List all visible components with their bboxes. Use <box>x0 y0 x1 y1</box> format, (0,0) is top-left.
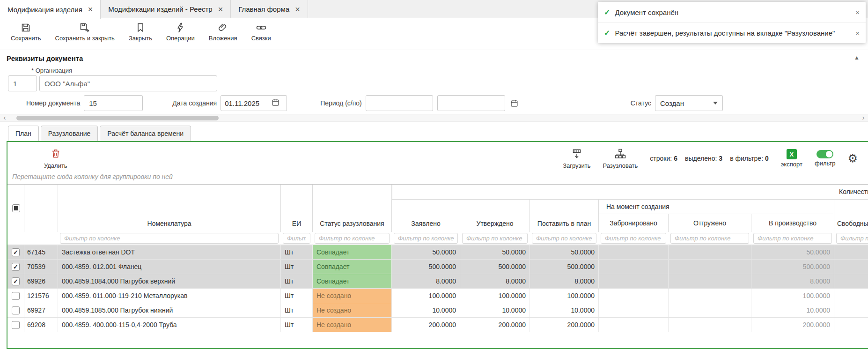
creation-date-field[interactable] <box>221 95 287 111</box>
doc-number-field[interactable] <box>84 95 143 111</box>
delete-label: Удалить <box>44 162 67 169</box>
select-all-checkbox[interactable] <box>12 204 20 212</box>
group-by-drop-zone[interactable]: Перетащите сюда колонку для группировки … <box>7 172 868 184</box>
chevron-down-icon <box>713 102 718 105</box>
column-header-unit[interactable]: ЕИ <box>281 185 313 232</box>
explode-label: Разузловать <box>603 162 638 169</box>
filter-toggle-button[interactable]: фильтр <box>815 150 835 167</box>
row-checkbox[interactable] <box>12 321 20 329</box>
creation-date-input[interactable] <box>225 99 270 107</box>
cell-select <box>7 289 24 303</box>
close-icon[interactable]: × <box>851 8 860 16</box>
column-filter-input[interactable] <box>753 233 832 244</box>
lightning-icon <box>175 22 186 33</box>
export-label: экспорт <box>781 161 802 168</box>
links-button[interactable]: Связки <box>244 22 278 42</box>
row-checkbox[interactable]: ✓ <box>12 263 20 271</box>
cell-declared: 100.0000 <box>392 289 460 303</box>
column-header-status[interactable]: Статус разузлования <box>313 185 392 232</box>
cell-reserved <box>599 289 669 303</box>
column-header-name[interactable]: Номенклатура <box>58 185 281 232</box>
load-label: Загрузить <box>563 162 590 169</box>
tab-label: План <box>15 130 31 137</box>
column-filter-input[interactable] <box>836 233 868 244</box>
save-button[interactable]: Сохранить <box>4 22 48 42</box>
period-from-input[interactable] <box>366 95 433 111</box>
table-row[interactable]: ✓70539000.4859. 012.001 ФланецШтСовпадае… <box>7 260 868 274</box>
window-tab-modification[interactable]: Модификация изделия × <box>0 0 101 19</box>
calendar-icon[interactable] <box>510 99 518 107</box>
grid-toolbar: Удалить Загрузить Разузловать строки:6 в… <box>7 142 868 172</box>
column-filter-input[interactable] <box>60 233 279 244</box>
load-button[interactable]: Загрузить <box>563 148 590 169</box>
paperclip-icon <box>217 22 228 33</box>
explode-button[interactable]: Разузловать <box>603 148 638 169</box>
delete-button[interactable]: Удалить <box>44 148 67 169</box>
row-checkbox[interactable] <box>12 292 20 300</box>
cell-declared: 50.0000 <box>392 245 460 259</box>
column-filter-input[interactable] <box>462 233 528 244</box>
status-select[interactable]: Создан <box>655 95 723 111</box>
column-group-quantity: Количество <box>392 185 868 200</box>
table-row[interactable]: 69927000.4859.1085.000 Патрубок нижнийШт… <box>7 303 868 318</box>
close-icon[interactable]: × <box>851 29 860 37</box>
cell-approved: 8.0000 <box>460 274 530 288</box>
column-filter-input[interactable] <box>394 233 458 244</box>
table-row[interactable]: 69208000.4859. 400.000-115-0,4-2000 Труб… <box>7 318 868 332</box>
collapse-arrow-icon[interactable]: ▲ <box>854 54 860 61</box>
save-and-close-button[interactable]: Сохранить и закрыть <box>48 22 122 42</box>
grid-toolbar-right: Загрузить Разузловать строки:6 выделено:… <box>563 148 858 169</box>
column-header-declared[interactable]: Заявлено <box>392 200 460 232</box>
row-checkbox[interactable]: ✓ <box>12 248 20 256</box>
window-tab-registry[interactable]: Модификации изделий - Реестр × <box>101 0 231 18</box>
scroll-left-icon[interactable]: ‹ <box>1 114 8 121</box>
row-checkbox[interactable]: ✓ <box>12 277 20 285</box>
column-filter-input[interactable] <box>283 233 310 244</box>
cell-unit: Шт <box>281 260 313 274</box>
export-excel-button[interactable]: X экспорт <box>781 149 802 168</box>
row-checkbox[interactable] <box>12 306 20 314</box>
column-header-sel <box>7 185 24 232</box>
horizontal-scrollbar[interactable]: ‹ › <box>0 114 868 122</box>
cell-to-plan: 50.0000 <box>530 245 599 259</box>
cell-unit: Шт <box>281 245 313 259</box>
toggle-switch[interactable] <box>817 150 833 158</box>
tab-explosion[interactable]: Разузлование <box>41 126 98 141</box>
cell-in-production: 100.0000 <box>751 289 834 303</box>
column-header-to_plan[interactable]: Поставить в план <box>530 200 599 232</box>
column-header-reserved[interactable]: Забронировано <box>599 214 669 232</box>
scrollbar-thumb[interactable] <box>16 116 219 120</box>
table-row[interactable]: ✓67145Застежка ответная DOTШтСовпадает50… <box>7 245 868 260</box>
window-tab-main-form[interactable]: Главная форма × <box>231 0 308 18</box>
close-icon[interactable]: × <box>88 5 93 14</box>
column-filter-input[interactable] <box>601 233 666 244</box>
save-and-close-icon <box>79 22 90 33</box>
column-header-free[interactable]: Свободный остаток <box>834 200 868 232</box>
tab-plan[interactable]: План <box>8 126 39 141</box>
organization-name-field[interactable] <box>39 75 217 91</box>
column-header-in_production[interactable]: В производство <box>751 214 834 232</box>
gear-icon[interactable]: ⚙ <box>847 153 858 164</box>
column-filter-input[interactable] <box>670 233 749 244</box>
organization-id-field[interactable] <box>8 75 37 91</box>
table-row[interactable]: 121576000.4859. 011.000-119-210 Металлор… <box>7 289 868 303</box>
column-filter-input[interactable] <box>315 233 390 244</box>
close-icon[interactable]: × <box>295 5 300 14</box>
scroll-right-icon[interactable]: › <box>860 114 867 121</box>
tab-time-balance[interactable]: Расчёт баланса времени <box>100 126 191 141</box>
cell-to-plan: 8.0000 <box>530 274 599 288</box>
notification-text: Расчёт завершен, результаты доступны на … <box>615 29 835 37</box>
operations-button[interactable]: Операции <box>159 22 202 42</box>
status-badge: Совпадает <box>313 274 391 288</box>
calendar-icon[interactable] <box>272 98 280 108</box>
close-icon[interactable]: × <box>218 5 223 14</box>
column-header-shipped[interactable]: Отгружено <box>669 214 751 232</box>
creation-date-label: Дата создания <box>172 99 217 107</box>
attachments-button[interactable]: Вложения <box>202 22 244 42</box>
notification-text: Документ сохранён <box>615 8 678 16</box>
table-row[interactable]: ✓69926000.4859.1084.000 Патрубок верхний… <box>7 274 868 289</box>
period-to-input[interactable] <box>437 95 505 111</box>
column-filter-input[interactable] <box>532 233 596 244</box>
column-header-approved[interactable]: Утверждено <box>460 200 530 232</box>
close-button[interactable]: Закрыть <box>122 22 159 42</box>
